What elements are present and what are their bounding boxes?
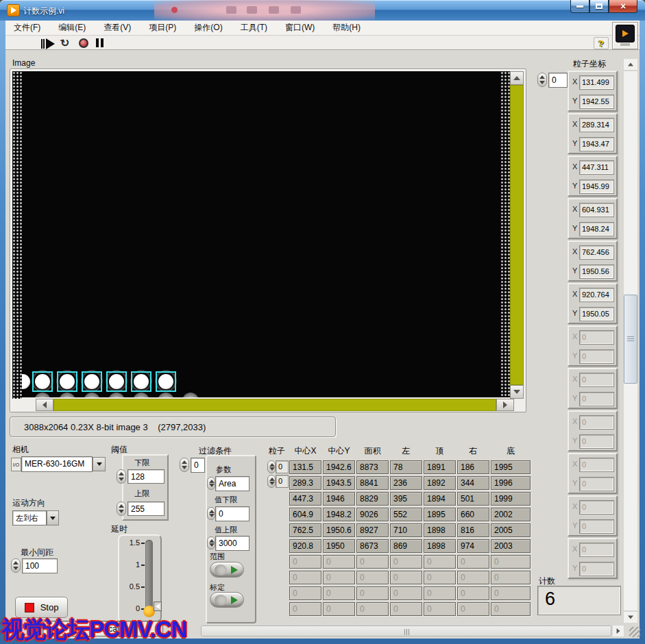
table-cell: 0 — [289, 586, 321, 600]
table-cell: 1996 — [491, 476, 531, 490]
background-smudge — [291, 6, 301, 14]
min-gap-label: 最小间距 — [21, 547, 53, 558]
panel-scroll-right-button[interactable] — [612, 625, 624, 637]
background-dot — [171, 7, 178, 13]
menu-item-3[interactable]: 项目(P) — [149, 22, 176, 34]
table-cell: 236 — [390, 476, 422, 490]
image-scroll-up-button[interactable] — [510, 71, 524, 85]
particle-x-value: 0 — [579, 458, 614, 472]
direction-dropdown-button[interactable] — [47, 510, 59, 525]
table-cell: 974 — [457, 539, 489, 553]
pause-button[interactable] — [96, 38, 104, 47]
panel-scroll-up-button[interactable] — [623, 58, 638, 71]
y-label: Y — [572, 97, 577, 105]
table-cell: 1950 — [323, 539, 355, 553]
labview-logo-icon[interactable] — [616, 25, 635, 42]
delay-tick — [141, 586, 145, 588]
threshold-upper-spinner[interactable] — [117, 501, 126, 516]
panel-vertical-scrollbar-thumb[interactable] — [624, 295, 637, 384]
particle-x-value: 0 — [579, 543, 614, 557]
table-row-spinner[interactable] — [267, 460, 276, 473]
run-button[interactable] — [41, 38, 58, 49]
table-col-index[interactable]: 0 — [276, 475, 289, 488]
image-scroll-left-button[interactable] — [36, 399, 53, 411]
table-cell: 0 — [323, 555, 355, 569]
camera-select-field[interactable]: MER-630-16GM — [21, 456, 93, 472]
x-label: X — [572, 77, 577, 86]
particle-coord-tile: X0Y0 — [568, 368, 618, 409]
led-dim — [59, 393, 75, 397]
table-cell: 186 — [457, 460, 489, 474]
filter-upper-spinner[interactable] — [207, 536, 215, 549]
image-status-box: 3088x2064 0.23X 8-bit image 3 (2797,2033… — [10, 417, 336, 437]
table-header-2: 面积 — [356, 445, 389, 457]
table-col-spinner[interactable] — [267, 475, 276, 488]
particle-coords-column: X131.499Y1942.55X289.314Y1943.47X447.311… — [568, 0, 618, 644]
image-canvas[interactable] — [22, 71, 500, 397]
menu-item-1[interactable]: 编辑(E) — [58, 22, 86, 34]
title-bar[interactable]: 计数示例.vi × — [0, 0, 645, 21]
image-scroll-down-button[interactable] — [510, 385, 524, 399]
threshold-lower-field[interactable]: 128 — [127, 469, 165, 484]
range-toggle[interactable] — [210, 562, 244, 578]
table-cell: 0 — [424, 571, 456, 584]
filter-param-spinner[interactable] — [207, 477, 215, 490]
filter-param-field[interactable]: Area — [215, 476, 250, 491]
delay-slider-thumb[interactable] — [154, 602, 162, 611]
panel-horizontal-scrollbar-thumb[interactable] — [201, 626, 611, 636]
table-cell: 0 — [457, 555, 489, 569]
image-status-text: 3088x2064 0.23X 8-bit image 3 (2797,2033… — [24, 422, 206, 432]
x-label: X — [572, 417, 577, 425]
min-gap-field[interactable]: 100 — [22, 558, 58, 573]
min-gap-spinner[interactable] — [11, 558, 21, 573]
particle-bbox — [32, 371, 53, 392]
menu-item-2[interactable]: 查看(V) — [104, 22, 131, 34]
threshold-upper-label: 上限 — [134, 488, 149, 499]
particle-coord-tile: X920.764Y1950.05 — [568, 283, 618, 324]
menu-item-6[interactable]: 窗口(W) — [285, 22, 315, 34]
image-index-field[interactable]: 0 — [548, 73, 568, 88]
filter-lower-field[interactable]: 0 — [215, 506, 250, 521]
abort-button[interactable] — [79, 38, 88, 48]
close-icon: × — [620, 1, 626, 11]
table-cell: 344 — [457, 476, 489, 490]
panel-scroll-down-button[interactable] — [623, 611, 638, 623]
image-horizontal-scrollbar[interactable] — [53, 399, 496, 411]
table-cell: 1894 — [424, 492, 456, 506]
resize-grip[interactable] — [629, 627, 640, 637]
stop-button-label: Stop — [40, 602, 59, 612]
delay-tick-label: 0.5 — [122, 582, 140, 591]
calibration-toggle[interactable] — [210, 592, 244, 608]
image-vertical-scrollbar[interactable] — [510, 85, 524, 385]
threshold-upper-field[interactable]: 255 — [127, 501, 165, 516]
table-cell: 8841 — [356, 476, 389, 490]
led-dim — [34, 393, 51, 397]
x-label: X — [572, 290, 577, 298]
menu-item-0[interactable]: 文件(F) — [14, 22, 40, 34]
y-label: Y — [572, 267, 577, 275]
table-row-index[interactable]: 0 — [276, 460, 289, 473]
particle-bbox — [57, 371, 77, 392]
filter-upper-field[interactable]: 3000 — [215, 536, 250, 551]
server-status-box: localhost — [42, 621, 163, 636]
table-header-5: 右 — [457, 445, 489, 457]
stop-button[interactable]: Stop — [15, 597, 68, 618]
table-cell: 8873 — [356, 460, 389, 474]
menu-item-4[interactable]: 操作(O) — [194, 22, 222, 34]
menu-item-7[interactable]: 帮助(H) — [332, 22, 361, 34]
threshold-lower-spinner[interactable] — [117, 469, 126, 484]
x-label: X — [572, 120, 577, 128]
particle-coord-tile: X0Y0 — [568, 538, 618, 579]
menu-item-5[interactable]: 工具(T) — [241, 22, 267, 34]
filter-index-spinner[interactable] — [180, 458, 189, 472]
particle-coord-tile: X447.311Y1945.99 — [568, 156, 618, 197]
filter-lower-spinner[interactable] — [207, 507, 215, 520]
table-cell: 1950.6 — [323, 523, 355, 537]
image-index-spinner[interactable] — [537, 73, 547, 87]
table-cell: 552 — [390, 508, 422, 521]
filter-index-field[interactable]: 0 — [191, 458, 205, 473]
particle-coord-tile: X762.456Y1950.56 — [568, 240, 618, 282]
direction-select-field[interactable]: 左到右 — [12, 510, 47, 525]
camera-dropdown-button[interactable] — [93, 457, 106, 471]
image-scroll-right-button[interactable] — [496, 399, 514, 411]
